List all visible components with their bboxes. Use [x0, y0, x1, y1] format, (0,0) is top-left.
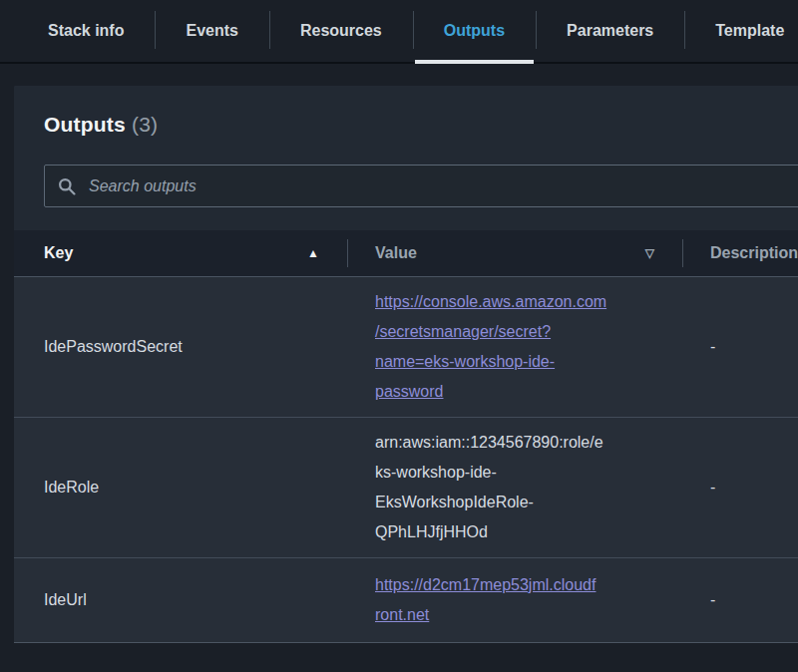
output-value: arn:aws:iam::1234567890:role/eks-worksho…	[347, 428, 682, 547]
column-header-description[interactable]: Description	[682, 230, 798, 276]
output-key: IdeRole	[14, 479, 347, 497]
output-value: https://console.aws.amazon.com/secretsma…	[347, 287, 682, 407]
output-description: -	[682, 479, 798, 497]
table-row: IdeUrlhttps://d2cm17mep53jml.cloudfront.…	[14, 558, 798, 643]
table-header-row: Key▲Value▽Description	[14, 230, 798, 277]
tab-events[interactable]: Events	[155, 0, 268, 62]
output-key: IdePasswordSecret	[14, 338, 347, 356]
column-label: Description	[710, 244, 798, 262]
search-row	[44, 165, 798, 207]
sort-ascending-icon: ▲	[307, 246, 319, 260]
output-value-text: arn:aws:iam::1234567890:role/eks-worksho…	[375, 428, 682, 547]
sort-descending-icon: ▽	[645, 246, 654, 260]
table-row: IdePasswordSecrethttps://console.aws.ama…	[14, 277, 798, 418]
column-header-key[interactable]: Key▲	[14, 230, 347, 276]
output-description: -	[682, 591, 798, 609]
search-input[interactable]	[87, 176, 798, 196]
column-label: Key	[44, 244, 73, 262]
tab-stack-info[interactable]: Stack info	[17, 0, 155, 62]
outputs-table-body: IdePasswordSecrethttps://console.aws.ama…	[14, 277, 798, 643]
output-description: -	[682, 338, 798, 356]
column-header-value[interactable]: Value▽	[347, 230, 682, 276]
search-icon	[58, 177, 76, 195]
tab-parameters[interactable]: Parameters	[536, 0, 684, 62]
column-label: Value	[375, 244, 417, 262]
outputs-count: (3)	[132, 113, 158, 136]
panel-title-row: Outputs (3)	[14, 86, 798, 138]
tab-template[interactable]: Template	[684, 0, 798, 62]
output-key: IdeUrl	[14, 591, 347, 609]
outputs-panel: Outputs (3) Key▲Value▽Description IdePas…	[14, 86, 798, 643]
tab-resources[interactable]: Resources	[269, 0, 413, 62]
cloudformation-stack-page: Stack infoEventsResourcesOutputsParamete…	[0, 0, 798, 643]
output-value-link[interactable]: https://console.aws.amazon.com/secretsma…	[375, 287, 682, 407]
stack-tabs: Stack infoEventsResourcesOutputsParamete…	[0, 0, 798, 64]
search-outputs-box[interactable]	[44, 165, 798, 207]
output-value-link[interactable]: https://d2cm17mep53jml.cloudfront.net	[375, 570, 682, 630]
panel-title: Outputs	[44, 113, 126, 136]
table-row: IdeRolearn:aws:iam::1234567890:role/eks-…	[14, 418, 798, 558]
output-value: https://d2cm17mep53jml.cloudfront.net	[347, 570, 682, 630]
tab-outputs[interactable]: Outputs	[413, 0, 536, 62]
